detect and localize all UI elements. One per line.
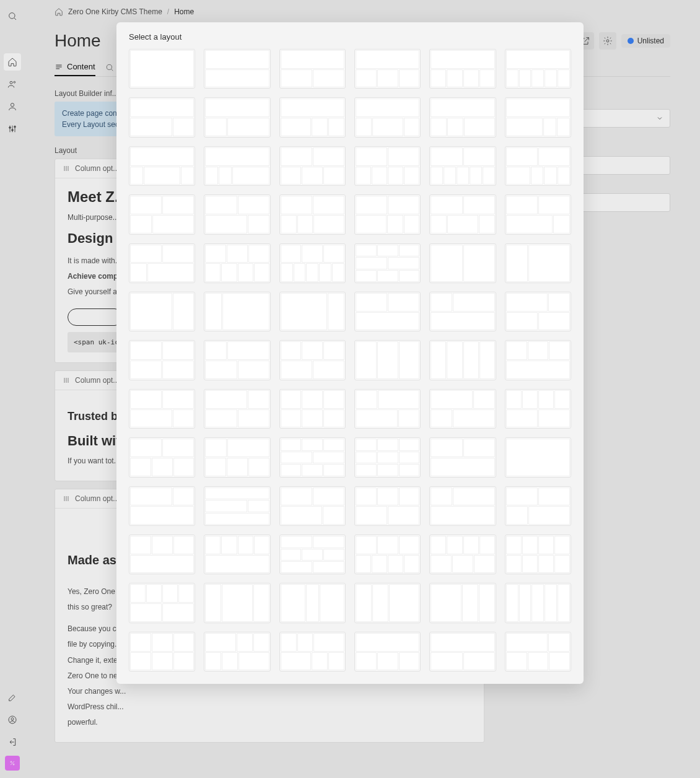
layout-option[interactable]	[204, 146, 270, 186]
layout-option[interactable]	[505, 583, 571, 623]
layout-option[interactable]	[129, 486, 195, 526]
layout-option[interactable]	[204, 389, 270, 429]
layout-option[interactable]	[354, 194, 421, 234]
layout-option[interactable]	[204, 486, 270, 526]
layout-option[interactable]	[354, 146, 421, 186]
layout-option[interactable]	[505, 49, 571, 89]
layout-option[interactable]	[505, 97, 571, 137]
layout-option[interactable]	[354, 49, 421, 89]
layout-option[interactable]	[279, 535, 346, 574]
layout-option[interactable]	[429, 292, 496, 331]
layout-option[interactable]	[354, 340, 421, 380]
layout-grid	[129, 49, 571, 671]
layout-option[interactable]	[505, 632, 571, 671]
layout-option[interactable]	[204, 49, 270, 89]
layout-option[interactable]	[429, 535, 496, 574]
layout-option[interactable]	[429, 437, 496, 477]
layout-option[interactable]	[505, 194, 571, 234]
layout-option[interactable]	[505, 243, 571, 283]
layout-option[interactable]	[429, 583, 496, 623]
layout-option[interactable]	[129, 97, 195, 137]
layout-option[interactable]	[429, 389, 496, 429]
layout-option[interactable]	[279, 292, 346, 331]
layout-option[interactable]	[354, 583, 421, 623]
layout-modal: Select a layout	[116, 22, 584, 684]
layout-option[interactable]	[429, 97, 496, 137]
layout-option[interactable]	[129, 194, 195, 234]
layout-option[interactable]	[429, 632, 496, 671]
layout-option[interactable]	[204, 437, 270, 477]
layout-option[interactable]	[505, 486, 571, 526]
layout-option[interactable]	[129, 243, 195, 283]
layout-option[interactable]	[279, 437, 346, 477]
layout-option[interactable]	[279, 97, 346, 137]
layout-option[interactable]	[505, 340, 571, 380]
layout-option[interactable]	[279, 583, 346, 623]
layout-option[interactable]	[279, 194, 346, 234]
layout-option[interactable]	[505, 535, 571, 574]
layout-option[interactable]	[429, 243, 496, 283]
layout-option[interactable]	[429, 486, 496, 526]
layout-option[interactable]	[354, 486, 421, 526]
layout-option[interactable]	[505, 389, 571, 429]
modal-title: Select a layout	[129, 32, 571, 42]
layout-option[interactable]	[429, 340, 496, 380]
layout-option[interactable]	[204, 632, 270, 671]
layout-option[interactable]	[204, 583, 270, 623]
layout-option[interactable]	[129, 292, 195, 331]
layout-option[interactable]	[279, 146, 346, 186]
layout-option[interactable]	[354, 437, 421, 477]
layout-option[interactable]	[279, 340, 346, 380]
layout-option[interactable]	[354, 97, 421, 137]
layout-option[interactable]	[204, 292, 270, 331]
layout-option[interactable]	[354, 292, 421, 331]
layout-option[interactable]	[129, 632, 195, 671]
layout-option[interactable]	[279, 632, 346, 671]
layout-option[interactable]	[129, 340, 195, 380]
layout-option[interactable]	[354, 243, 421, 283]
layout-option[interactable]	[129, 389, 195, 429]
layout-option[interactable]	[505, 437, 571, 477]
layout-option[interactable]	[354, 632, 421, 671]
layout-option[interactable]	[279, 49, 346, 89]
layout-option[interactable]	[429, 146, 496, 186]
layout-option[interactable]	[354, 389, 421, 429]
layout-option[interactable]	[354, 535, 421, 574]
layout-option[interactable]	[129, 49, 195, 89]
layout-option[interactable]	[429, 194, 496, 234]
layout-option[interactable]	[204, 194, 270, 234]
layout-option[interactable]	[204, 535, 270, 574]
layout-option[interactable]	[204, 243, 270, 283]
layout-option[interactable]	[129, 146, 195, 186]
layout-option[interactable]	[279, 243, 346, 283]
layout-option[interactable]	[204, 97, 270, 137]
layout-option[interactable]	[279, 486, 346, 526]
layout-option[interactable]	[505, 146, 571, 186]
layout-option[interactable]	[429, 49, 496, 89]
layout-option[interactable]	[129, 535, 195, 574]
layout-option[interactable]	[129, 437, 195, 477]
layout-option[interactable]	[204, 340, 270, 380]
layout-option[interactable]	[505, 292, 571, 331]
layout-option[interactable]	[279, 389, 346, 429]
layout-option[interactable]	[129, 583, 195, 623]
